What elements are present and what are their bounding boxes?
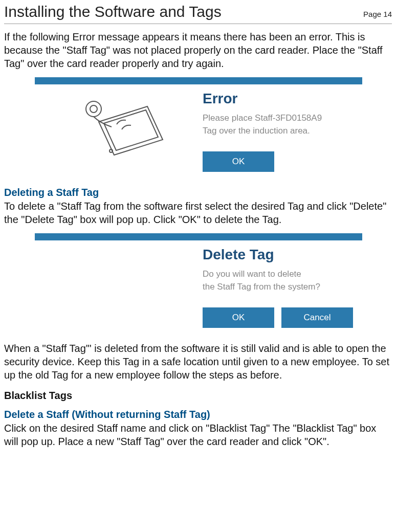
svg-point-2 xyxy=(90,105,97,113)
delete-ok-button[interactable]: OK xyxy=(203,307,274,328)
error-ok-button[interactable]: OK xyxy=(203,151,274,172)
delete-dialog-title: Delete Tag xyxy=(203,247,362,263)
dialog-left-blank xyxy=(35,240,199,338)
intro-paragraph: If the following Error message appears i… xyxy=(4,30,392,70)
delete-dialog-message: Do you will want to delete the Staff Tag… xyxy=(203,268,362,293)
error-msg-line2: Tag over the induction area. xyxy=(203,126,310,136)
dialog-titlebar xyxy=(35,233,362,240)
deleting-paragraph: To delete a "Staff Tag from the software… xyxy=(4,199,392,226)
heading-deleting: Deleting a Staff Tag xyxy=(4,187,392,198)
blacklist-paragraph: Click on the desired Staff name and clic… xyxy=(4,422,392,448)
delete-cancel-button[interactable]: Cancel xyxy=(281,307,353,328)
dialog-titlebar xyxy=(35,77,362,84)
page-number: Page 14 xyxy=(363,10,392,18)
page-title: Installing the Software and Tags xyxy=(4,3,222,20)
error-dialog-message: Please place Staff-3FD0158A9 Tag over th… xyxy=(203,112,362,137)
after-delete-paragraph: When a "Staff Tag'" is deleted from the … xyxy=(4,342,392,382)
error-msg-line1: Please place Staff-3FD0158A9 xyxy=(203,113,322,123)
page-header: Installing the Software and Tags Page 14 xyxy=(4,0,392,24)
phone-tag-illustration xyxy=(35,84,199,182)
heading-blacklist: Blacklist Tags xyxy=(4,390,392,402)
svg-point-0 xyxy=(109,149,113,152)
delete-msg-line2: the Staff Tag from the system? xyxy=(203,282,320,292)
delete-dialog-figure: Delete Tag Do you will want to delete th… xyxy=(35,233,362,338)
error-dialog-figure: Error Please place Staff-3FD0158A9 Tag o… xyxy=(35,77,362,182)
delete-msg-line1: Do you will want to delete xyxy=(203,269,301,279)
heading-delete-without: Delete a Staff (Without returning Staff … xyxy=(4,409,392,420)
error-dialog-title: Error xyxy=(203,91,362,107)
